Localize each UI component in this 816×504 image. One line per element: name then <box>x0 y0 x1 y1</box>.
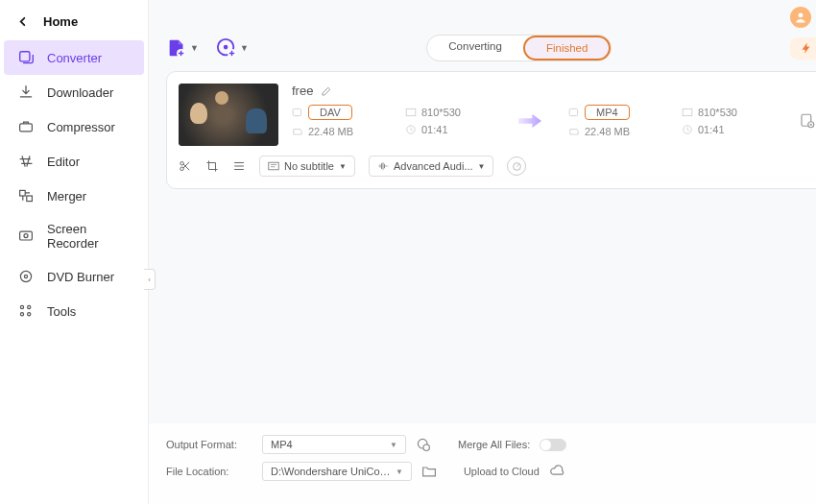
dvd-add-icon <box>216 37 237 59</box>
sidebar-label: Merger <box>47 189 86 204</box>
output-format-select[interactable]: MP4▼ <box>262 435 406 454</box>
svg-point-27 <box>810 124 812 126</box>
svg-point-7 <box>24 275 27 277</box>
cloud-icon[interactable] <box>549 464 564 479</box>
sidebar-item-compressor[interactable]: Compressor <box>0 109 148 144</box>
sidebar-collapse-handle[interactable]: ‹ <box>144 269 156 290</box>
home-label: Home <box>43 14 78 29</box>
svg-point-5 <box>24 234 28 238</box>
tab-finished[interactable]: Finished <box>523 36 611 60</box>
sidebar-label: Converter <box>47 51 102 65</box>
edit-icon[interactable] <box>321 84 333 97</box>
svg-point-34 <box>423 444 429 450</box>
filename: free <box>292 84 313 98</box>
converter-icon <box>17 49 35 66</box>
main-area: ▼ ▼ Converting Finished High Speed Conve… <box>149 0 816 504</box>
merge-toggle[interactable] <box>540 439 566 451</box>
sidebar-item-screen-recorder[interactable]: Screen Recorder <box>0 213 148 259</box>
sidebar: Home Converter Downloader Compressor Edi… <box>0 0 149 504</box>
topbar: ▼ ▼ Converting Finished High Speed Conve… <box>166 35 816 61</box>
src-format: DAV <box>292 105 378 120</box>
svg-point-6 <box>20 271 31 281</box>
dst-resolution: 810*530 <box>682 107 768 118</box>
file-location-select[interactable]: D:\Wondershare UniConverter 1▼ <box>262 462 412 481</box>
merger-icon <box>17 187 35 204</box>
subtitle-select[interactable]: No subtitle▼ <box>259 156 355 177</box>
compress-icon <box>17 118 35 135</box>
caret-icon: ▼ <box>240 43 249 53</box>
sidebar-item-merger[interactable]: Merger <box>0 179 148 213</box>
open-folder-icon[interactable] <box>421 464 437 479</box>
tools-icon <box>17 302 35 320</box>
svg-rect-19 <box>293 108 300 115</box>
filename-row: free <box>292 84 816 98</box>
dst-format[interactable]: MP4 <box>568 105 655 120</box>
sidebar-label: DVD Burner <box>47 270 114 284</box>
audio-select[interactable]: Advanced Audi...▼ <box>369 156 493 177</box>
svg-rect-3 <box>27 196 33 202</box>
crop-icon[interactable] <box>205 159 219 173</box>
high-speed-toggle[interactable]: High Speed Conversion <box>790 37 816 60</box>
editor-icon <box>17 153 35 170</box>
svg-rect-20 <box>406 108 416 115</box>
sidebar-item-tools[interactable]: Tools <box>0 294 148 328</box>
download-icon <box>17 84 35 101</box>
home-button[interactable]: Home <box>0 0 148 40</box>
src-resolution: 810*530 <box>405 107 492 118</box>
avatar-icon[interactable] <box>790 7 811 28</box>
caret-icon: ▼ <box>190 43 199 53</box>
svg-point-11 <box>28 313 31 316</box>
sidebar-item-downloader[interactable]: Downloader <box>0 75 148 109</box>
file-card: free DAV 22.48 MB 810*530 01:41 MP4 <box>166 71 816 189</box>
svg-point-29 <box>180 167 184 171</box>
svg-point-12 <box>799 12 804 17</box>
svg-rect-30 <box>269 162 279 170</box>
status-tabs: Converting Finished <box>426 35 612 61</box>
footer: Output Format: MP4▼ Merge All Files: Fil… <box>149 423 816 504</box>
sidebar-label: Editor <box>47 155 80 169</box>
sidebar-item-dvd-burner[interactable]: DVD Burner <box>0 259 148 294</box>
dst-duration: 01:41 <box>682 124 768 135</box>
sidebar-nav: Converter Downloader Compressor Editor M… <box>0 40 148 328</box>
svg-point-17 <box>224 45 228 50</box>
add-dvd-button[interactable]: ▼ <box>216 37 249 59</box>
src-duration: 01:41 <box>405 124 492 135</box>
sidebar-label: Downloader <box>47 85 113 100</box>
titlebar <box>149 0 816 29</box>
tab-converting[interactable]: Converting <box>427 36 523 60</box>
svg-rect-22 <box>569 108 577 115</box>
card-tools: No subtitle▼ Advanced Audi...▼ Settings <box>179 156 816 177</box>
dvd-icon <box>17 268 35 285</box>
svg-rect-4 <box>20 231 33 240</box>
svg-rect-0 <box>19 51 29 60</box>
sidebar-item-converter[interactable]: Converter <box>4 40 144 75</box>
back-icon <box>17 16 28 27</box>
arrow-icon <box>518 112 541 130</box>
dst-size: 22.48 MB <box>568 126 655 137</box>
sidebar-label: Compressor <box>47 120 115 134</box>
svg-point-28 <box>180 161 184 165</box>
merge-label: Merge All Files: <box>458 439 530 450</box>
output-settings-icon[interactable] <box>416 437 431 452</box>
sidebar-item-editor[interactable]: Editor <box>0 144 148 179</box>
upload-cloud-label: Upload to Cloud <box>464 466 540 477</box>
config-icon[interactable] <box>799 112 816 130</box>
effect-icon[interactable] <box>232 159 246 173</box>
svg-point-10 <box>20 313 23 316</box>
add-files-button[interactable]: ▼ <box>166 37 199 59</box>
recorder-icon <box>17 228 35 245</box>
svg-point-8 <box>20 305 23 308</box>
file-add-icon <box>166 37 187 59</box>
svg-rect-23 <box>683 108 692 115</box>
file-location-label: File Location: <box>166 466 252 477</box>
svg-rect-2 <box>20 190 26 196</box>
speed-icon[interactable] <box>507 156 526 176</box>
output-format-label: Output Format: <box>166 439 252 450</box>
thumbnail[interactable] <box>179 84 278 146</box>
svg-point-9 <box>28 305 31 308</box>
sidebar-label: Tools <box>47 304 76 319</box>
sidebar-label: Screen Recorder <box>47 222 131 251</box>
lightning-icon <box>800 42 812 55</box>
svg-rect-1 <box>20 124 33 132</box>
trim-icon[interactable] <box>179 159 192 173</box>
